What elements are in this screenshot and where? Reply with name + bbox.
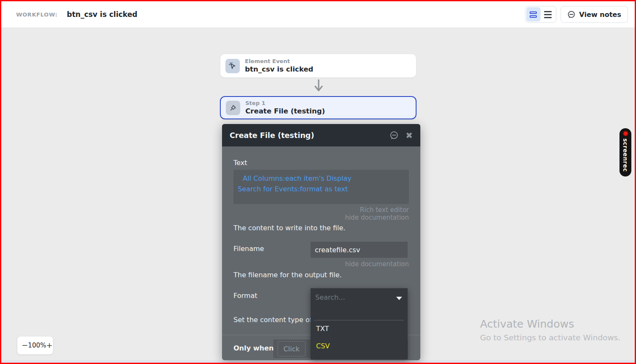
workflow-canvas[interactable]: Element Event btn_csv is clicked [1,28,635,363]
step-card[interactable]: Step 1 Create File (testing) [220,96,417,119]
step-card-texts: Step 1 Create File (testing) [245,100,325,115]
topbar-actions: View notes [525,6,628,23]
workflow-title: btn_csv is clicked [67,10,137,19]
record-dot-icon [623,131,628,136]
screenrec-label: screenrec [622,138,629,172]
dropdown-search-input[interactable]: Search... [315,293,345,301]
chevron-down-icon[interactable] [396,297,402,300]
plugin-plug-icon [226,101,240,115]
activate-windows-subtitle: Go to Settings to activate Windows. [480,333,620,342]
format-dropdown: Search... TXT CSV [311,288,408,359]
screenrec-watermark[interactable]: screenrec [619,128,631,176]
only-when-click-placeholder[interactable]: Click [278,341,306,356]
dropdown-option-txt[interactable]: TXT [316,325,329,333]
view-notes-label: View notes [579,11,621,19]
event-card-texts: Element Event btn_csv is clicked [245,58,313,73]
app-window: WORKFLOW: btn_csv is clicked [0,0,636,364]
view-notes-button[interactable]: View notes [561,6,628,23]
event-type-label: Element Event [245,58,313,65]
activate-windows-watermark: Activate Windows Go to Settings to activ… [480,318,620,342]
text-expression-editor[interactable]: All Columns:each item's Display Search f… [233,170,409,204]
step-number-label: Step 1 [245,100,325,107]
canvas-bottom-strip [1,360,635,363]
list-view-icon [544,11,552,18]
rich-text-editor-link[interactable]: Rich text editor [360,206,409,214]
zoom-out-button[interactable]: − [22,342,28,349]
only-when-label: Only when [233,344,274,352]
hide-documentation-link-text[interactable]: hide documentation [345,214,409,221]
event-title: btn_csv is clicked [245,65,313,74]
click-placeholder-text: Click [283,345,300,353]
zoom-level: 100% [28,342,46,349]
event-card[interactable]: Element Event btn_csv is clicked [220,54,416,77]
filename-input[interactable]: createfile.csv [311,242,408,258]
canvas-zoom-control: − 100% + [17,336,53,355]
workflow-label: WORKFLOW: [16,11,58,18]
filename-field-label: Filename [233,245,264,253]
dropdown-option-csv[interactable]: CSV [316,342,330,350]
modal-header[interactable]: Create File (testing) ✖ [222,124,420,146]
zoom-in-button[interactable]: + [46,342,53,349]
hide-documentation-link-filename[interactable]: hide documentation [345,260,409,268]
notes-bubble-icon [567,11,575,19]
expression-line-2[interactable]: Search for Events:format as text [238,184,405,194]
close-icon[interactable]: ✖ [405,131,413,140]
card-view-icon [530,11,537,18]
step-title: Create File (testing) [245,107,325,116]
format-field-label: Format [233,292,257,300]
modal-title: Create File (testing) [230,131,314,140]
cursor-click-icon [225,59,240,73]
list-view-button[interactable] [541,7,555,22]
comment-bubble-icon[interactable] [389,131,399,140]
dropdown-separator [314,320,404,320]
text-field-help: The content to write into the file. [233,224,345,232]
expression-line-1[interactable]: All Columns:each item's Display [243,173,405,184]
view-mode-toggle [525,6,556,23]
filename-field-help: The filename for the output file. [233,271,342,279]
flow-arrow-down-icon [313,79,324,93]
workflow-topbar: WORKFLOW: btn_csv is clicked [1,1,635,28]
activate-windows-title: Activate Windows [480,318,620,330]
text-field-label: Text [233,159,247,167]
filename-value: createfile.csv [315,246,360,254]
card-view-button[interactable] [526,7,541,22]
